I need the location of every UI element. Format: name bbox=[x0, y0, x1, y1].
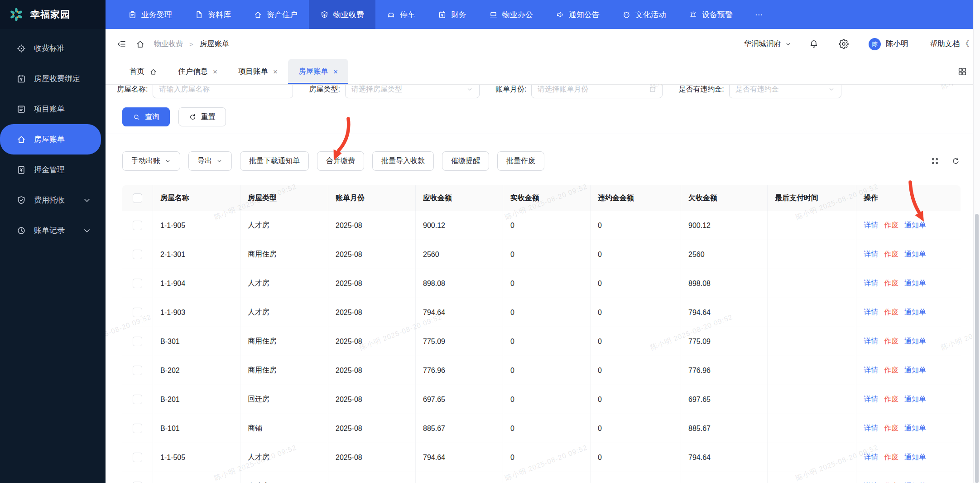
fullscreen-expand-icon[interactable] bbox=[931, 157, 939, 165]
toolbar-button-5[interactable]: 催缴提醒 bbox=[442, 151, 489, 171]
toolbar-button-4[interactable]: 批量导入收款 bbox=[372, 151, 434, 171]
action-notice-link[interactable]: 通知单 bbox=[904, 279, 926, 288]
row-checkbox[interactable] bbox=[133, 395, 142, 404]
select-all-checkbox[interactable] bbox=[133, 193, 142, 203]
sidebar-item-6[interactable]: 账单记录 bbox=[0, 215, 106, 246]
tab-2[interactable]: 项目账单× bbox=[228, 59, 288, 84]
car-icon bbox=[387, 10, 395, 19]
row-checkbox[interactable] bbox=[133, 424, 142, 433]
column-header-7: 最后支付时间 bbox=[768, 185, 856, 211]
action-notice-link[interactable]: 通知单 bbox=[904, 424, 926, 433]
sidebar-item-5[interactable]: 费用托收 bbox=[0, 185, 106, 215]
action-detail-link[interactable]: 详情 bbox=[864, 250, 878, 259]
action-notice-link[interactable]: 通知单 bbox=[904, 221, 926, 230]
notifications-bell-icon[interactable] bbox=[809, 39, 819, 49]
action-void-link[interactable]: 作废 bbox=[884, 250, 898, 259]
sidebar-item-1[interactable]: 房屋收费绑定 bbox=[0, 63, 106, 94]
action-detail-link[interactable]: 详情 bbox=[864, 395, 878, 404]
row-checkbox[interactable] bbox=[133, 366, 142, 375]
column-header-4: 实收金额 bbox=[503, 185, 591, 211]
toolbar-button-3[interactable]: 合并缴费 bbox=[317, 151, 364, 171]
sidebar-item-3[interactable]: 房屋账单 bbox=[0, 124, 101, 155]
action-detail-link[interactable]: 详情 bbox=[864, 453, 878, 462]
row-checkbox[interactable] bbox=[133, 453, 142, 462]
topnav-item-5[interactable]: 财务 bbox=[427, 0, 478, 29]
action-void-link[interactable]: 作废 bbox=[884, 395, 898, 404]
topnav-item-6[interactable]: 物业办公 bbox=[478, 0, 544, 29]
tab-0[interactable]: 首页 bbox=[119, 59, 168, 84]
help-collapse-icon[interactable]: 《 bbox=[962, 39, 970, 49]
toolbar-button-0[interactable]: 手动出账 bbox=[122, 151, 180, 171]
action-detail-link[interactable]: 详情 bbox=[864, 424, 878, 433]
action-void-link[interactable]: 作废 bbox=[884, 424, 898, 433]
action-void-link[interactable]: 作废 bbox=[884, 337, 898, 346]
row-checkbox[interactable] bbox=[133, 250, 142, 259]
tab-3[interactable]: 房屋账单× bbox=[288, 59, 348, 84]
action-notice-link[interactable]: 通知单 bbox=[904, 308, 926, 317]
chevron-down-icon bbox=[82, 226, 92, 236]
table-refresh-icon[interactable] bbox=[951, 157, 960, 165]
action-void-link[interactable]: 作废 bbox=[884, 308, 898, 317]
breadcrumb-home-icon[interactable] bbox=[135, 39, 145, 49]
topnav-more-button[interactable]: ⋯ bbox=[744, 0, 774, 29]
row-checkbox[interactable] bbox=[133, 221, 142, 230]
row-checkbox[interactable] bbox=[133, 337, 142, 346]
filter-text-input[interactable]: 请输入房屋名称 bbox=[153, 84, 293, 98]
sidebar-item-0[interactable]: 收费标准 bbox=[0, 33, 106, 63]
cell-unpaid: 697.65 bbox=[681, 385, 768, 414]
action-notice-link[interactable]: 通知单 bbox=[904, 250, 926, 259]
filter-select[interactable]: 是否有违约金 bbox=[729, 84, 841, 98]
query-button[interactable]: 查询 bbox=[122, 107, 170, 126]
action-detail-link[interactable]: 详情 bbox=[864, 308, 878, 317]
topnav-item-9[interactable]: 设备预警 bbox=[677, 0, 744, 29]
row-checkbox[interactable] bbox=[133, 279, 142, 288]
action-void-link[interactable]: 作废 bbox=[884, 453, 898, 462]
settings-gear-icon[interactable] bbox=[839, 39, 849, 49]
action-notice-link[interactable]: 通知单 bbox=[904, 337, 926, 346]
breadcrumb-section[interactable]: 物业收费 bbox=[154, 39, 183, 49]
toolbar-button-6[interactable]: 批量作废 bbox=[497, 151, 544, 171]
cell-month: 2025-08 bbox=[328, 385, 416, 414]
row-checkbox[interactable] bbox=[133, 308, 142, 317]
user-name[interactable]: 陈小明 bbox=[886, 39, 908, 49]
placeholder-text: 请输入房屋名称 bbox=[159, 85, 287, 94]
filter-select[interactable]: 请选择房屋类型 bbox=[345, 84, 480, 98]
action-detail-link[interactable]: 详情 bbox=[864, 337, 878, 346]
action-notice-link[interactable]: 通知单 bbox=[904, 453, 926, 462]
sidebar-collapse-icon[interactable] bbox=[117, 39, 126, 49]
action-void-link[interactable]: 作废 bbox=[884, 366, 898, 375]
sidebar-item-4[interactable]: 押金管理 bbox=[0, 155, 106, 185]
topnav-item-2[interactable]: 资产住户 bbox=[242, 0, 309, 29]
toolbar-button-1[interactable]: 导出 bbox=[188, 151, 232, 171]
user-avatar[interactable]: 陈 bbox=[869, 38, 881, 50]
action-void-link[interactable]: 作废 bbox=[884, 279, 898, 288]
tab-close-icon[interactable]: × bbox=[213, 68, 217, 76]
tab-1[interactable]: 住户信息× bbox=[168, 59, 228, 84]
tab-close-icon[interactable]: × bbox=[333, 68, 338, 76]
topnav-item-7[interactable]: 通知公告 bbox=[544, 0, 611, 29]
sidebar-item-2[interactable]: 项目账单 bbox=[0, 94, 106, 124]
help-docs-link[interactable]: 帮助文档 《 bbox=[930, 39, 970, 49]
topnav-item-4[interactable]: 停车 bbox=[375, 0, 427, 29]
action-detail-link[interactable]: 详情 bbox=[864, 221, 878, 230]
topnav-item-1[interactable]: 资料库 bbox=[183, 0, 242, 29]
project-selector[interactable]: 华润城润府 bbox=[744, 39, 792, 49]
tab-options-grid-icon[interactable] bbox=[957, 67, 967, 77]
toolbar-button-2[interactable]: 批量下载通知单 bbox=[240, 151, 309, 171]
topnav-item-8[interactable]: 文化活动 bbox=[611, 0, 677, 29]
scrollbar-thumb[interactable] bbox=[975, 214, 979, 483]
action-notice-link[interactable]: 通知单 bbox=[904, 395, 926, 404]
action-notice-link[interactable]: 通知单 bbox=[904, 366, 926, 375]
action-detail-link[interactable]: 详情 bbox=[864, 366, 878, 375]
filter-date-input[interactable]: 请选择账单月份 bbox=[531, 84, 663, 98]
action-void-link[interactable]: 作废 bbox=[884, 221, 898, 230]
action-detail-link[interactable]: 详情 bbox=[864, 279, 878, 288]
tab-close-icon[interactable]: × bbox=[273, 68, 278, 76]
sidebar-item-label: 房屋收费绑定 bbox=[34, 73, 80, 84]
reset-button[interactable]: 重置 bbox=[178, 107, 226, 126]
topnav-item-0[interactable]: 业务受理 bbox=[117, 0, 183, 29]
cell-unpaid: 794.64 bbox=[681, 443, 768, 472]
topnav-item-3[interactable]: 物业收费 bbox=[309, 0, 375, 29]
page-scrollbar[interactable] bbox=[973, 0, 980, 483]
cell-received: 0 bbox=[503, 211, 591, 240]
